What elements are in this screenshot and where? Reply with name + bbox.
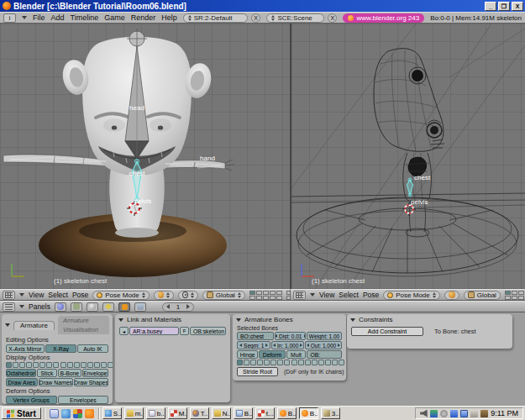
- editor-type-button[interactable]: [3, 302, 15, 312]
- mode-dropdown[interactable]: Pose Mode: [383, 291, 439, 300]
- stick-button[interactable]: Stick: [37, 369, 56, 377]
- panel-collapse-icon[interactable]: [118, 318, 123, 322]
- add-constraint-button[interactable]: Add Constraint: [351, 327, 423, 336]
- auto-ik-button[interactable]: Auto IK: [77, 344, 108, 353]
- segm-field[interactable]: Segm: 1: [237, 341, 270, 349]
- in-field[interactable]: In: 1.000: [271, 341, 304, 349]
- media-player-icon[interactable]: [73, 409, 82, 418]
- menu-render[interactable]: Render: [131, 13, 156, 22]
- draw-names-button[interactable]: Draw Names: [39, 378, 73, 386]
- envelope-button[interactable]: Envelope: [82, 369, 108, 377]
- task-button-folder-n[interactable]: N..: [212, 407, 231, 419]
- start-button[interactable]: Start: [2, 407, 41, 419]
- blender-quicklaunch-icon[interactable]: [85, 409, 94, 418]
- chest-bone-selected[interactable]: [407, 178, 413, 197]
- octahedron-button[interactable]: Octahedron: [6, 369, 36, 377]
- menu-view[interactable]: View: [319, 291, 334, 299]
- menu-select[interactable]: Select: [48, 291, 68, 299]
- torus-wireframe[interactable]: [297, 197, 518, 276]
- menu-help[interactable]: Help: [161, 13, 177, 22]
- logic-button[interactable]: [55, 302, 66, 312]
- gear-icon[interactable]: [440, 410, 448, 417]
- close-button[interactable]: X: [512, 2, 523, 11]
- layer-buttons-group-1[interactable]: [505, 291, 525, 300]
- menu-collapse-icon[interactable]: [19, 293, 24, 297]
- menu-file[interactable]: File: [33, 13, 45, 22]
- titlebar[interactable]: Blender [c:\Blender Tutorial\Room06.blen…: [0, 0, 525, 12]
- menu-add[interactable]: Add: [51, 13, 65, 22]
- stride-root-button[interactable]: Stride Root: [237, 367, 278, 376]
- task-button-notepad-b[interactable]: B..: [234, 407, 253, 419]
- front-view-canvas[interactable]: head chest pelvis hand (1) skeleton ches…: [0, 24, 290, 289]
- menu-game[interactable]: Game: [104, 13, 125, 22]
- mult-button[interactable]: Mult: [286, 350, 307, 359]
- screen-delete-button[interactable]: X: [251, 13, 260, 23]
- character-mesh[interactable]: [3, 37, 234, 238]
- script-button[interactable]: [71, 302, 82, 312]
- panel-collapse-icon[interactable]: [236, 318, 241, 322]
- task-button-blender-1[interactable]: B..: [277, 407, 297, 419]
- draw-shapes-button[interactable]: Draw Shapes: [74, 378, 108, 386]
- spinner-right-icon[interactable]: [186, 304, 190, 309]
- x-axis-mirror-button[interactable]: X-Axis Mirror: [6, 344, 45, 353]
- bone-layers-group-1[interactable]: [237, 360, 290, 365]
- display-icon[interactable]: [460, 410, 468, 417]
- armature-layers-group-1[interactable]: [6, 362, 59, 368]
- datablock-browse-button[interactable]: ◂: [119, 327, 129, 335]
- panel-collapse-icon[interactable]: [5, 323, 10, 327]
- panel-collapse-icon[interactable]: [350, 318, 355, 322]
- search-icon[interactable]: [61, 409, 71, 418]
- task-button-blender-2-active[interactable]: B..: [299, 407, 318, 419]
- tab-armature[interactable]: Armature: [13, 321, 55, 330]
- printer-icon[interactable]: [470, 410, 478, 417]
- task-button-browser-t[interactable]: T..: [190, 407, 209, 419]
- editor-type-button[interactable]: [293, 291, 306, 300]
- scene-selector[interactable]: SCE:Scene: [266, 13, 324, 23]
- task-button-notes-3[interactable]: 3..: [321, 407, 340, 419]
- vertex-groups-button[interactable]: Vertex Groups: [6, 396, 57, 404]
- menu-pose[interactable]: Pose: [363, 291, 379, 299]
- draw-mode-dropdown[interactable]: [444, 291, 459, 300]
- task-button-folder-m[interactable]: m..: [124, 407, 144, 419]
- restore-button[interactable]: ❐: [498, 2, 510, 11]
- shading-button[interactable]: [87, 302, 98, 312]
- menu-timeline[interactable]: Timeline: [71, 13, 99, 22]
- transform-orientation-dropdown[interactable]: Global: [202, 291, 245, 300]
- armature-layers-group-2[interactable]: [60, 362, 113, 368]
- menu-collapse-icon[interactable]: [310, 293, 315, 297]
- x-ray-button[interactable]: X-Ray: [45, 344, 76, 353]
- b-bone-button[interactable]: B-Bone: [58, 369, 81, 377]
- volume-icon[interactable]: [420, 410, 428, 417]
- draw-axes-button[interactable]: Draw Axes: [6, 378, 38, 386]
- pivot-dropdown[interactable]: [178, 291, 198, 300]
- deform-button[interactable]: Deform: [259, 350, 285, 359]
- bone-name-field[interactable]: BO:chest: [237, 332, 274, 340]
- object-button[interactable]: [102, 302, 114, 312]
- editor-type-icon[interactable]: i: [3, 13, 16, 23]
- ob-field[interactable]: OB:: [307, 350, 342, 359]
- draw-mode-dropdown[interactable]: [154, 291, 174, 300]
- envelopes-button[interactable]: Envelopes: [58, 396, 109, 404]
- scene-button[interactable]: [134, 302, 146, 312]
- editor-type-button[interactable]: [3, 291, 15, 300]
- armature-datablock-field[interactable]: AR:a.busey: [129, 327, 179, 335]
- transform-orientation-dropdown[interactable]: Global: [464, 291, 501, 300]
- object-name-field[interactable]: OB:skeleton: [190, 327, 226, 335]
- tab-armature-visualisation[interactable]: Armature Visualisation: [58, 316, 109, 334]
- task-button-search[interactable]: S..: [102, 407, 122, 419]
- mode-dropdown[interactable]: Pose Mode: [92, 291, 149, 300]
- menu-collapse-icon[interactable]: [19, 305, 24, 308]
- spinner-left-icon[interactable]: [166, 304, 170, 309]
- blender-url-badge[interactable]: www.blender.org 243: [343, 13, 424, 23]
- panel-page-spinner[interactable]: 1: [162, 302, 194, 312]
- scene-delete-button[interactable]: X: [328, 13, 337, 23]
- head-wireframe[interactable]: [374, 49, 444, 152]
- task-button-document-b[interactable]: b..: [146, 407, 165, 419]
- viewport-3d-side-wireframe[interactable]: chest pelvis (1) skeleton chest: [291, 24, 525, 289]
- camera-icon[interactable]: [480, 410, 488, 417]
- dist-field[interactable]: Dist: 0.01: [275, 332, 306, 340]
- clock[interactable]: 9:11 PM: [491, 409, 518, 417]
- out-field[interactable]: Out: 1.000: [305, 341, 342, 349]
- fake-user-button[interactable]: F: [180, 327, 189, 335]
- hinge-button[interactable]: Hinge: [237, 350, 258, 359]
